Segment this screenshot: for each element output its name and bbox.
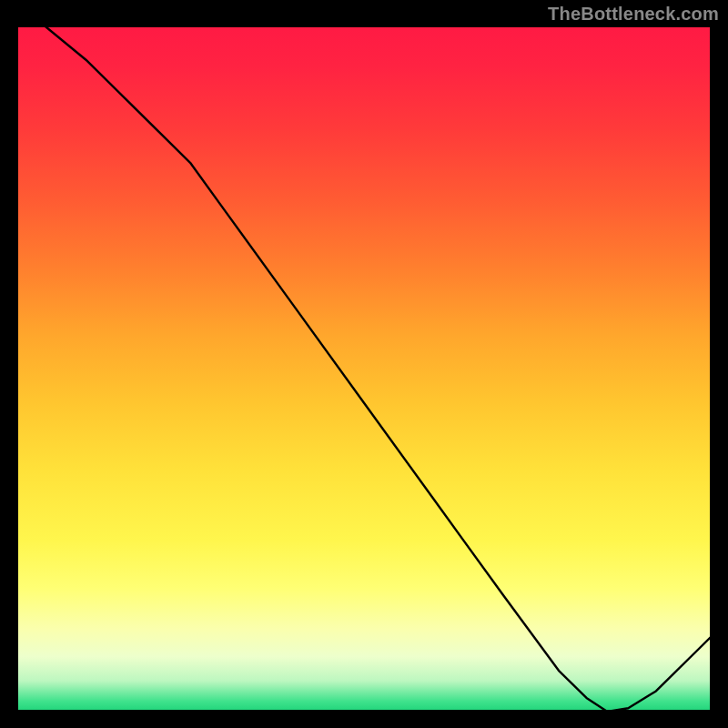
plot-border [16, 25, 712, 712]
chart-stage: TheBottleneck.com [0, 0, 728, 728]
watermark-text: TheBottleneck.com [548, 4, 719, 25]
